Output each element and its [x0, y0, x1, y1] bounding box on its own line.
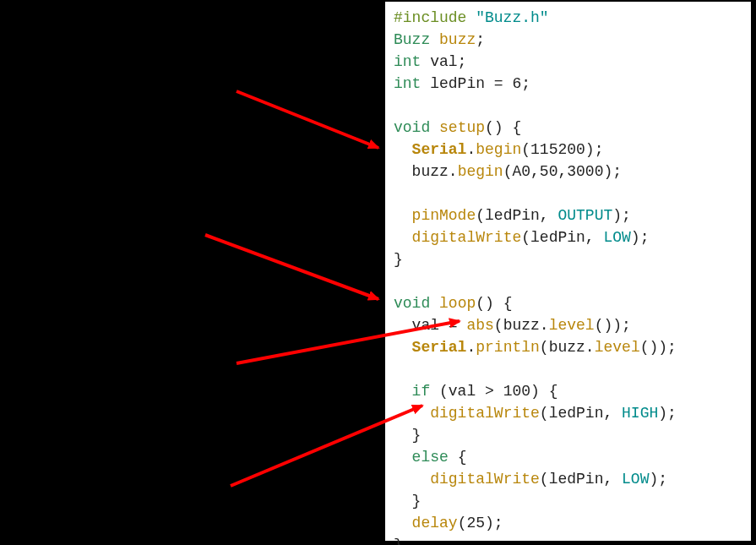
- brace-close: }: [412, 427, 422, 444]
- fn-begin: begin: [476, 141, 521, 158]
- code-line-22: digitalWrite(ledPin, LOW);: [394, 471, 667, 488]
- fn-begin: begin: [458, 163, 503, 180]
- indent: [394, 493, 412, 510]
- fn-level: level: [595, 339, 640, 356]
- code-line-07: Serial.begin(115200);: [394, 141, 603, 158]
- type-int: int: [394, 75, 421, 92]
- code-line-18: if (val > 100) {: [394, 383, 557, 400]
- args-close: );: [649, 471, 667, 488]
- args-open: (buzz.: [494, 317, 549, 334]
- code-line-20: }: [394, 427, 421, 444]
- space: [430, 31, 439, 48]
- kw-void: void: [394, 119, 430, 136]
- indent: [394, 405, 430, 422]
- condition: (val > 100) {: [430, 383, 557, 400]
- code-line-11: digitalWrite(ledPin, LOW);: [394, 229, 649, 246]
- indent: [394, 229, 412, 246]
- space: [430, 295, 439, 312]
- fn-abs: abs: [466, 317, 493, 334]
- space: [430, 119, 439, 136]
- indent: [394, 141, 412, 158]
- const-output: OUTPUT: [557, 207, 612, 224]
- arrow-1: [237, 91, 378, 148]
- code-line-12: }: [394, 251, 403, 268]
- args-close: ());: [640, 339, 677, 356]
- indent: [394, 449, 412, 466]
- args-open: (ledPin,: [540, 471, 622, 488]
- code-line-01: #include "Buzz.h": [394, 9, 549, 26]
- args-close: );: [612, 207, 631, 224]
- kw-else: else: [412, 449, 449, 466]
- semicolon: ;: [476, 31, 485, 48]
- code-line-17: [394, 361, 403, 378]
- code-line-19: digitalWrite(ledPin, HIGH);: [394, 405, 677, 422]
- dot: .: [466, 141, 476, 158]
- indent: [394, 427, 412, 444]
- args-open: (ledPin,: [476, 207, 557, 224]
- code-panel: #include "Buzz.h" Buzz buzz; int val; in…: [383, 0, 753, 542]
- fn-digitalwrite: digitalWrite: [430, 405, 540, 422]
- indent: [394, 207, 412, 224]
- args-open: (ledPin,: [540, 405, 622, 422]
- code-line-09: [394, 185, 403, 202]
- const-high: HIGH: [622, 405, 658, 422]
- const-low: LOW: [622, 471, 649, 488]
- args-close: ());: [595, 317, 631, 334]
- args: (115200);: [521, 141, 603, 158]
- args: (A0,50,3000);: [503, 163, 622, 180]
- var-buzz: buzz: [439, 31, 476, 48]
- code-line-24: delay(25);: [394, 515, 503, 531]
- code-line-04: int ledPin = 6;: [394, 75, 530, 92]
- indent: [394, 163, 412, 180]
- fn-digitalwrite: digitalWrite: [430, 471, 540, 488]
- args: (25);: [458, 515, 503, 531]
- obj-buzz: buzz.: [412, 163, 458, 180]
- arrow-2: [205, 235, 378, 299]
- fn-digitalwrite: digitalWrite: [412, 229, 522, 246]
- fn-loop: loop: [439, 295, 476, 312]
- include-directive: #include: [394, 9, 476, 26]
- code-line-03: int val;: [394, 53, 466, 70]
- stage: #include "Buzz.h" Buzz buzz; int val; in…: [0, 0, 756, 545]
- code-line-05: [394, 97, 403, 114]
- type-buzz: Buzz: [394, 31, 430, 48]
- code-line-10: pinMode(ledPin, OUTPUT);: [394, 207, 631, 224]
- fn-setup: setup: [439, 119, 485, 136]
- obj-serial: Serial: [412, 141, 467, 158]
- fn-delay: delay: [412, 515, 458, 531]
- kw-void: void: [394, 295, 430, 312]
- fn-pinmode: pinMode: [412, 207, 476, 224]
- const-low: LOW: [603, 229, 630, 246]
- dot: .: [466, 339, 476, 356]
- indent: [394, 471, 430, 488]
- brace-close: }: [412, 493, 422, 510]
- code-line-21: else {: [394, 449, 466, 466]
- brace-open: () {: [485, 119, 521, 136]
- args-open: (buzz.: [540, 339, 595, 356]
- include-header: "Buzz.h": [476, 9, 548, 26]
- assign: val =: [412, 317, 467, 334]
- brace-open: {: [449, 449, 467, 466]
- indent: [394, 383, 412, 400]
- code-line-06: void setup() {: [394, 119, 521, 136]
- decl-ledpin: ledPin = 6;: [421, 75, 530, 92]
- indent: [394, 317, 412, 334]
- indent: [394, 339, 412, 356]
- args-open: (ledPin,: [521, 229, 603, 246]
- fn-level: level: [549, 317, 595, 334]
- args-close: );: [658, 405, 677, 422]
- type-int: int: [394, 53, 421, 70]
- code-line-08: buzz.begin(A0,50,3000);: [394, 163, 622, 180]
- fn-println: println: [476, 339, 540, 356]
- code-line-25: }: [394, 537, 403, 545]
- code-line-02: Buzz buzz;: [394, 31, 485, 48]
- brace-open: () {: [476, 295, 512, 312]
- obj-serial: Serial: [412, 339, 467, 356]
- kw-if: if: [412, 383, 431, 400]
- code-line-16: Serial.println(buzz.level());: [394, 339, 677, 356]
- code-line-15: val = abs(buzz.level());: [394, 317, 631, 334]
- args-close: );: [631, 229, 650, 246]
- code-line-23: }: [394, 493, 421, 510]
- decl-val: val;: [421, 53, 466, 70]
- indent: [394, 515, 412, 531]
